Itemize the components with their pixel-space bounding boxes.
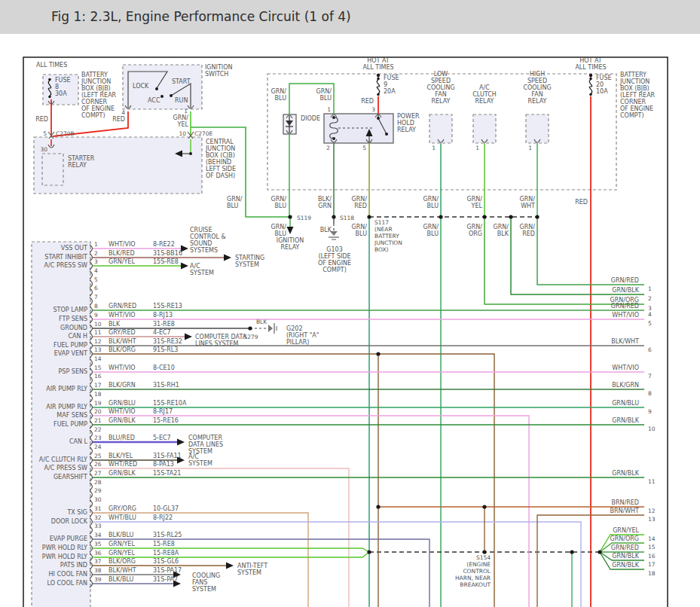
wire-color-label: GRY/RED — [109, 329, 136, 336]
junction-dot — [367, 550, 371, 554]
diagram-label: BATTERY — [374, 233, 399, 239]
diagram-label: GRN/ — [467, 196, 483, 203]
signal-name: PATS IND — [60, 562, 87, 569]
diagram-label: LOCK — [133, 83, 149, 90]
diagram-label: A/C — [479, 84, 490, 91]
diagram-label: GRN/ — [352, 196, 368, 203]
pin-number: 13 — [648, 516, 656, 523]
junction-dot — [160, 95, 164, 98]
diagram-label: RED — [361, 98, 374, 105]
pin-number: 11 — [94, 329, 102, 336]
diagram-label: OF ENGINE — [318, 260, 351, 267]
diagram-label: GRN/ — [227, 196, 243, 203]
diagram-label: DIODE — [301, 115, 320, 122]
diagram-label: SPEED — [431, 78, 451, 84]
diagram-label: (ENGINE — [466, 561, 491, 568]
pin-number: 16 — [94, 373, 102, 380]
pin-number: 1 — [648, 285, 652, 292]
circuit-id-label: 31S-RH1 — [153, 382, 179, 389]
diagram-label: LOW — [434, 71, 448, 78]
diagram-label: RELAY — [397, 127, 416, 133]
diagram-label: RED — [354, 203, 367, 209]
diagram-label: BLU — [275, 230, 287, 237]
junction-dot — [482, 550, 486, 554]
pin-number: 12 — [648, 508, 656, 514]
diagram-label: BLU — [275, 95, 287, 102]
junction-dot — [155, 87, 158, 90]
diagram-label: 1 — [528, 145, 532, 151]
diagram-label: (RIGHT "A" — [286, 332, 319, 339]
pin-number: 2 — [94, 250, 98, 257]
junction-dot — [509, 215, 512, 218]
diagram-label: 10 — [179, 130, 186, 137]
diagram-label: HOLD — [397, 120, 414, 127]
junction-dot — [376, 505, 380, 508]
diagram-label: A/C — [188, 453, 199, 460]
diagram-label: 30A — [55, 90, 67, 97]
circuit-id-label: 8-RJ17 — [153, 408, 173, 415]
diagram-label: FUSE — [384, 75, 399, 81]
diagram-label: GRN/ — [423, 224, 439, 230]
diagram-label: (NEAR — [374, 226, 393, 233]
diagram-label: 1 — [327, 106, 331, 113]
diagram-label: 20 — [596, 81, 604, 88]
wire-color-label: BLK/WHT — [109, 338, 136, 345]
signal-name: HI COOL FAN — [49, 571, 87, 578]
component-box — [526, 114, 549, 143]
signal-name: LO COOL FAN — [47, 580, 87, 587]
diagram-label: 5 — [43, 130, 47, 137]
diagram-label: ANTI-TEFT — [237, 563, 267, 569]
wire-color-label: GRN/BLU — [612, 400, 639, 407]
wire-color-label: BRN/WHT — [610, 508, 639, 514]
junction-dot — [589, 74, 592, 77]
junction-dot — [377, 74, 380, 77]
circuit-id-label: 91S-RL3 — [153, 346, 178, 353]
diagram-label: CRUISE — [190, 227, 212, 233]
circuit-id-label: 31S-PA7 — [153, 576, 178, 583]
diagram-label: START — [172, 78, 191, 85]
flow-arrow-icon — [226, 563, 234, 569]
diagram-label: POWER — [397, 113, 420, 120]
diagram-label: BLU — [356, 230, 368, 237]
diagram-label: RED — [575, 199, 588, 206]
circuit-id-label: 8-RE22 — [153, 241, 175, 248]
component-box — [42, 154, 63, 185]
pin-number: 15 — [94, 365, 102, 371]
diagram-label: SYSTEM — [235, 261, 259, 268]
diagram-label: RUN — [175, 97, 188, 104]
circuit-id-label: 15S-RE8 — [153, 258, 179, 265]
wire-color-label: GRN/RED — [109, 303, 136, 310]
fuse-icon — [589, 78, 592, 81]
component-box — [473, 114, 496, 143]
junction-dot — [598, 550, 601, 554]
pin-number: 33 — [94, 523, 102, 529]
diagram-label: STARTER — [68, 155, 95, 162]
junction-dot — [482, 215, 486, 218]
junction-dot — [288, 215, 292, 218]
wire-color-label: GRN/RED — [611, 277, 639, 284]
pin-number: 6 — [94, 285, 98, 291]
pin-number: 24 — [94, 444, 102, 450]
diagram-label: SYSTEMS — [190, 247, 218, 254]
flow-arrow-icon — [185, 334, 192, 340]
diagram-label: SPEED — [527, 78, 547, 84]
diagram-label: JUNCTION — [619, 78, 650, 85]
flow-arrow-icon — [177, 439, 185, 446]
diagram-label: CLUTCH — [472, 91, 497, 98]
diagram-label: COOLING — [192, 572, 220, 579]
diagram-label: BATTERY — [81, 72, 108, 78]
wire-color-label: BLK/BLU — [109, 576, 133, 583]
wire-color-label: WHT/VIO — [109, 312, 136, 319]
pin-number: 31 — [94, 505, 102, 512]
wire-color-label: BLK/YEL — [109, 453, 133, 459]
wire-color-label: BLK/ORG — [109, 346, 136, 353]
wire-color-label: GRY/ORG — [109, 505, 136, 512]
pin-number: 10 — [648, 426, 656, 432]
circuit-id-label: 15-RE8A — [153, 550, 179, 557]
diagram-label: 2 — [326, 145, 330, 151]
diagram-label: (LEFT SIDE — [318, 253, 350, 260]
diagram-label: PILLAR) — [286, 339, 309, 346]
diagram-label: STARTING — [235, 255, 264, 261]
diagram-label: SYSTEM — [188, 460, 212, 467]
signal-name: A/C PRESS SW — [44, 465, 88, 471]
